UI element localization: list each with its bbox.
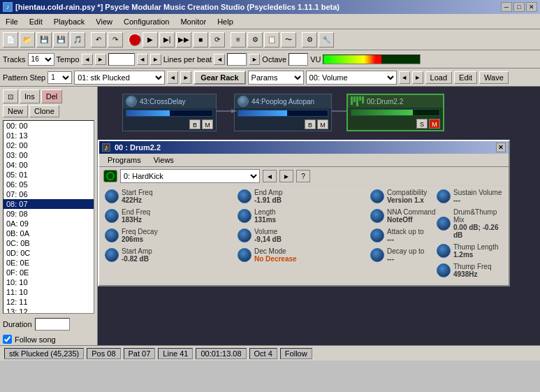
- vol-prev-btn[interactable]: ◄: [399, 71, 410, 84]
- stop-btn[interactable]: ■: [193, 32, 208, 48]
- param-attack-knob[interactable]: [370, 228, 384, 242]
- machine-view-btn[interactable]: ⚙: [247, 32, 263, 48]
- render-btn[interactable]: 🎵: [70, 32, 85, 48]
- preset-random-btn[interactable]: ?: [296, 170, 310, 182]
- dialog-close-button[interactable]: ✕: [496, 143, 506, 152]
- preset-select[interactable]: 0: HardKick: [120, 169, 260, 183]
- lines-up-btn[interactable]: ►: [249, 54, 260, 65]
- param-thump-freq-knob[interactable]: [437, 263, 451, 277]
- plugin-autopan-b-btn[interactable]: B: [305, 119, 316, 129]
- tempo-input[interactable]: 205: [108, 53, 135, 66]
- new-button[interactable]: New: [3, 105, 28, 117]
- volume-select[interactable]: 00: Volume: [306, 71, 397, 85]
- preset-prev-btn[interactable]: ◄: [263, 170, 277, 182]
- pattern-list[interactable]: 00: 00 01: 13 02: 00 03: 00 04: 00 05: 0…: [3, 120, 94, 314]
- param-thump-length-knob[interactable]: [437, 244, 451, 258]
- menu-help[interactable]: Help: [212, 16, 239, 27]
- pattern-view-btn[interactable]: ≡: [231, 32, 246, 48]
- pattern-name-select[interactable]: 01: stk Plucked: [74, 71, 165, 85]
- list-item-6[interactable]: 06: 05: [3, 180, 94, 189]
- load-button[interactable]: Load: [425, 71, 452, 84]
- list-item-11[interactable]: 0B: 0A: [3, 228, 94, 238]
- menu-configuration[interactable]: Configuration: [118, 16, 175, 27]
- list-item-1[interactable]: 01: 13: [3, 131, 94, 140]
- play-btn[interactable]: ▶: [143, 32, 158, 48]
- save-btn[interactable]: 💾: [36, 32, 52, 48]
- list-item-17[interactable]: 11: 10: [3, 287, 94, 297]
- play-from-btn[interactable]: ▶|: [159, 32, 175, 48]
- list-item-10[interactable]: 0A: 09: [3, 219, 94, 228]
- list-item-13[interactable]: 0D: 0C: [3, 248, 94, 258]
- list-item-12[interactable]: 0C: 0B: [3, 238, 94, 248]
- list-item-18[interactable]: 12: 11: [3, 297, 94, 307]
- new-btn[interactable]: 📄: [3, 32, 18, 48]
- redo-btn[interactable]: ↷: [108, 32, 123, 48]
- menu-file[interactable]: File: [0, 16, 24, 27]
- pattern-step-select[interactable]: 1: [48, 71, 72, 84]
- param-end-freq-knob[interactable]: [105, 209, 119, 223]
- dialog-views-menu[interactable]: Views: [148, 155, 180, 165]
- loop-btn[interactable]: ⟳: [210, 32, 225, 48]
- wave-view-btn[interactable]: 〜: [281, 32, 296, 48]
- tempo-up-btn[interactable]: ►: [95, 54, 106, 65]
- param-nna-knob[interactable]: [370, 209, 384, 223]
- param-decay-knob[interactable]: [370, 248, 384, 262]
- undo-btn[interactable]: ↶: [91, 32, 106, 48]
- param-volume-knob[interactable]: [238, 228, 251, 242]
- clone-button[interactable]: Clone: [29, 105, 59, 117]
- param-start-amp-knob[interactable]: [105, 248, 119, 262]
- plugin-autopan-m-btn[interactable]: M: [317, 119, 328, 129]
- plugin-drum22-s-btn[interactable]: S: [416, 119, 428, 129]
- pattern-next-btn[interactable]: ►: [180, 71, 191, 84]
- lines-input[interactable]: 4: [227, 53, 247, 66]
- tempo-spin-down[interactable]: ◄: [137, 54, 148, 65]
- param-dec-mode-knob[interactable]: [238, 248, 251, 262]
- close-button[interactable]: ✕: [526, 2, 537, 12]
- duration-input[interactable]: 02:30: [35, 318, 70, 331]
- dialog-programs-menu[interactable]: Programs: [102, 155, 147, 165]
- list-item-8[interactable]: 08: 07: [3, 199, 94, 209]
- list-item-3[interactable]: 03: 00: [3, 150, 94, 160]
- list-item-15[interactable]: 0F: 0E: [3, 268, 94, 277]
- list-item-9[interactable]: 09: 08: [3, 209, 94, 219]
- sidebar-collapse-btn[interactable]: ⊡: [3, 89, 18, 103]
- params-select[interactable]: Params: [248, 71, 304, 85]
- play-pattern-btn[interactable]: ▶▶: [176, 32, 191, 48]
- plugin-drum22[interactable]: 00:Drum2.2 S M: [346, 94, 444, 131]
- record-btn[interactable]: [129, 34, 141, 46]
- octave-input[interactable]: 4: [289, 53, 308, 66]
- wave-button[interactable]: Wave: [479, 71, 509, 84]
- param-sustain-vol-knob[interactable]: [437, 189, 451, 203]
- gear-rack-button[interactable]: Gear Rack: [194, 71, 245, 85]
- list-item-2[interactable]: 02: 00: [3, 140, 94, 150]
- minimize-button[interactable]: ─: [501, 2, 512, 12]
- param-freq-decay-knob[interactable]: [105, 228, 119, 242]
- list-item-5[interactable]: 05: 01: [3, 170, 94, 180]
- plugin-autopan[interactable]: 44:Pooplog Autopan B M: [234, 94, 332, 131]
- open-btn[interactable]: 📂: [20, 32, 35, 48]
- param-start-freq-knob[interactable]: [105, 189, 119, 203]
- tracks-select[interactable]: 16: [28, 53, 54, 66]
- list-item-4[interactable]: 04: 00: [3, 160, 94, 170]
- ins-button[interactable]: Ins: [20, 89, 40, 103]
- param-end-amp-knob[interactable]: [238, 189, 251, 203]
- list-item-7[interactable]: 07: 06: [3, 189, 94, 199]
- lines-down-btn[interactable]: ◄: [214, 54, 225, 65]
- plugin-crossdelay[interactable]: 43:CrossDelay B M: [122, 94, 217, 131]
- list-item-19[interactable]: 13: 12: [3, 307, 94, 314]
- param-compatibility-knob[interactable]: [370, 189, 384, 203]
- plugin-crossdelay-b-btn[interactable]: B: [189, 119, 200, 129]
- preset-next-btn[interactable]: ►: [279, 170, 293, 182]
- param-drum-thump-knob[interactable]: [437, 217, 451, 231]
- seq-view-btn[interactable]: 📋: [264, 32, 279, 48]
- maximize-button[interactable]: □: [513, 2, 525, 12]
- edit-button[interactable]: Edit: [454, 71, 477, 84]
- tempo-down-btn[interactable]: ◄: [82, 54, 93, 65]
- menu-edit[interactable]: Edit: [24, 16, 48, 27]
- list-item-16[interactable]: 10: 10: [3, 277, 94, 287]
- tempo-spin-up[interactable]: ►: [150, 54, 161, 65]
- menu-playback[interactable]: Playback: [48, 16, 91, 27]
- list-item-0[interactable]: 00: 00: [3, 121, 94, 131]
- power-button[interactable]: [103, 170, 117, 182]
- menu-view[interactable]: View: [90, 16, 118, 27]
